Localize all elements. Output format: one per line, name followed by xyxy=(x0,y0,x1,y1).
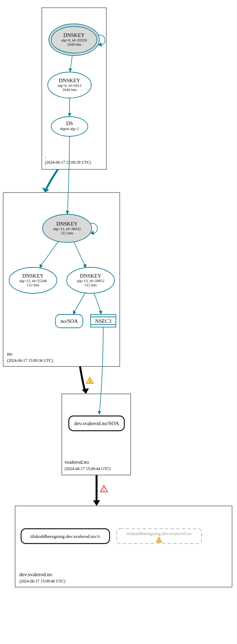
node-svalerod-soa: dev.svalerod.no/SOA xyxy=(69,416,124,431)
node-root-ksk: DNSKEY alg=8, id=20326 2048 bits xyxy=(49,24,99,56)
edge-root-ksk-to-zsk xyxy=(70,55,72,70)
node-root-zsk-alg: alg=8, id=5613 xyxy=(58,83,81,87)
node-no-ksk: DNSKEY alg=13, id=38032 512 bits xyxy=(42,214,92,242)
node-no-zsk1: DNSKEY alg=13, id=25206 512 bits xyxy=(9,267,57,293)
node-no-ksk-alg: alg=13, id=38032 xyxy=(53,227,81,231)
zone-svalerod-label: svalerod.no xyxy=(65,459,89,465)
error-icon: ! xyxy=(100,486,107,493)
node-no-zsk1-alg: alg=13, id=25206 xyxy=(19,279,47,283)
node-dev-extra: tilskuddberegning.dev.svalerod.no ! xyxy=(117,529,202,544)
arrowhead-no-ksk-to-zsk1 xyxy=(40,264,43,268)
warning-icon: ! xyxy=(86,377,93,384)
node-no-ksk-bits: 512 bits xyxy=(61,231,73,235)
node-root-ds-digest: digest alg=2 xyxy=(60,126,79,131)
arrowhead-nsec3-to-svalerod-soa xyxy=(98,411,101,415)
node-no-zsk1-title: DNSKEY xyxy=(22,273,44,279)
zone-no-timestamp: (2024-06-17 15:09:36 UTC) xyxy=(7,358,53,363)
zone-root-label: . xyxy=(45,153,46,159)
node-svalerod-soa-label: dev.svalerod.no/SOA xyxy=(74,421,119,426)
node-root-ksk-title: DNSKEY xyxy=(64,32,85,38)
edge-root-ds-to-no-ksk xyxy=(67,136,70,213)
node-root-ds: DS digest alg=2 xyxy=(51,117,88,136)
node-no-soa: no/SOA xyxy=(55,314,83,328)
edge-no-ksk-to-zsk2 xyxy=(74,242,85,266)
node-no-ksk-title: DNSKEY xyxy=(57,221,78,227)
node-root-zsk: DNSKEY alg=8, id=5613 2048 bits xyxy=(48,72,91,98)
edge-root-to-no-zone xyxy=(46,169,58,191)
node-no-soa-label: no/SOA xyxy=(60,318,78,324)
node-no-zsk2-alg: alg=13, id=28852 xyxy=(77,279,104,283)
node-no-zsk1-bits: 512 bits xyxy=(27,283,39,287)
node-no-nsec3-label: NSEC3 xyxy=(95,318,111,324)
svg-text:!: ! xyxy=(103,488,105,493)
edge-no-zsk2-to-nsec3 xyxy=(94,293,101,313)
edge-nsec3-to-svalerod-soa xyxy=(99,327,103,413)
node-no-zsk2-bits: 512 bits xyxy=(84,283,97,287)
node-dev-extra-label: tilskuddberegning.dev.svalerod.no xyxy=(126,531,192,536)
arrowhead-svalerod-to-dev-zone xyxy=(93,500,100,506)
svg-text:!: ! xyxy=(89,379,91,384)
node-no-nsec3: NSEC3 xyxy=(91,314,116,327)
node-no-zsk2: DNSKEY alg=13, id=28852 512 bits xyxy=(67,267,114,293)
arrowhead-no-zsk2-to-nsec3 xyxy=(99,311,102,314)
arrowhead-no-zsk2-to-soa xyxy=(73,310,76,314)
arrowhead-root-ksk-to-zsk xyxy=(68,69,72,72)
edge-no-ksk-to-zsk1 xyxy=(40,241,59,266)
node-no-zsk2-title: DNSKEY xyxy=(80,273,101,279)
arrowhead-root-zsk-to-ds xyxy=(68,113,71,117)
node-root-ksk-bits: 2048 bits xyxy=(67,42,81,46)
zone-no-label: no xyxy=(7,351,12,357)
zone-dev-svalerod-label: dev.svalerod.no xyxy=(19,572,52,577)
node-root-ds-title: DS xyxy=(66,121,73,126)
edge-no-to-svalerod-zone xyxy=(80,366,85,392)
edge-no-zsk2-to-soa xyxy=(74,293,85,313)
zone-root-timestamp: (2024-06-17 12:00:39 UTC) xyxy=(45,160,91,165)
arrowhead-root-to-no-zone xyxy=(42,187,49,193)
node-dev-a: tilskuddberegning.dev.svalerod.no/A xyxy=(21,529,110,544)
node-root-zsk-bits: 2048 bits xyxy=(62,87,77,92)
arrowhead-no-to-svalerod-zone xyxy=(82,388,89,394)
node-root-zsk-title: DNSKEY xyxy=(59,78,80,83)
zone-svalerod-timestamp: (2024-06-17 15:09:44 UTC) xyxy=(65,467,111,471)
svg-text:!: ! xyxy=(158,539,159,542)
zone-dev-svalerod-timestamp: (2024-06-17 15:09:46 UTC) xyxy=(19,579,65,584)
node-dev-a-label: tilskuddberegning.dev.svalerod.no/A xyxy=(31,534,100,539)
node-root-ksk-alg: alg=8, id=20326 xyxy=(61,38,87,42)
